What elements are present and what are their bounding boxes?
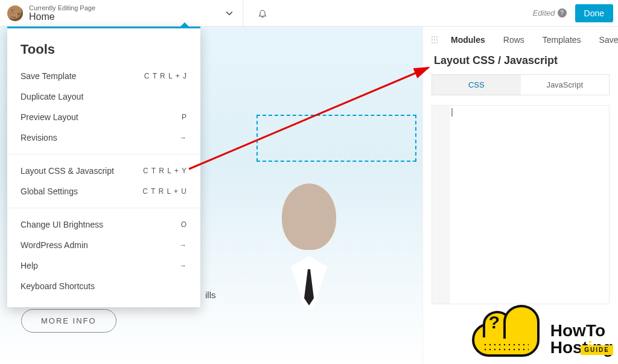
top-bar-left: 🦫 Currently Editing Page Home [7, 1, 273, 26]
cloud-icon: ? [472, 317, 544, 360]
subtab-css[interactable]: CSS [432, 75, 521, 95]
stage-peek-text: ills [205, 290, 216, 300]
menu-layout-css-js[interactable]: Layout CSS & JavascriptC T R L + Y [7, 161, 200, 181]
tools-heading: Tools [7, 42, 200, 66]
topbar-divider [243, 0, 243, 27]
background-person-graphic [182, 184, 436, 364]
tab-saved[interactable]: Saved [599, 35, 618, 45]
top-bar: 🦫 Currently Editing Page Home Edited ? D… [0, 0, 618, 27]
page-title-block[interactable]: Currently Editing Page Home [29, 4, 95, 22]
menu-save-template[interactable]: Save TemplateC T R L + J [7, 66, 200, 86]
subtab-javascript[interactable]: JavaScript [521, 75, 610, 95]
tab-modules[interactable]: Modules [451, 35, 485, 45]
menu-separator [7, 154, 200, 155]
menu-duplicate-layout[interactable]: Duplicate Layout [7, 86, 200, 107]
more-info-button[interactable]: MORE INFO [21, 309, 116, 333]
page-title: Home [29, 11, 95, 22]
top-bar-right: Edited ? Done [533, 4, 613, 22]
tab-rows[interactable]: Rows [503, 35, 524, 45]
notifications-button[interactable] [252, 2, 273, 24]
menu-separator [7, 208, 200, 208]
panel-tabs: Modules Rows Templates Saved [423, 27, 618, 52]
code-editor[interactable] [432, 105, 610, 304]
edited-status[interactable]: Edited ? [533, 8, 567, 18]
tab-templates[interactable]: Templates [543, 35, 581, 45]
title-dropdown-toggle[interactable] [222, 6, 237, 21]
menu-help[interactable]: Help→ [7, 255, 200, 276]
builder-logo-icon: 🦫 [7, 5, 23, 21]
menu-keyboard-shortcuts[interactable]: Keyboard Shortcuts [7, 276, 200, 296]
howtohosting-watermark: ? HowTo Hosting GUIDE [472, 317, 613, 360]
guide-tag: GUIDE [581, 345, 613, 355]
done-button[interactable]: Done [575, 4, 613, 22]
panel-heading: Layout CSS / Javascript [423, 52, 618, 74]
css-js-subtabs: CSS JavaScript [432, 74, 610, 95]
menu-ui-brightness[interactable]: Change UI BrightnessO [7, 214, 200, 235]
drag-handle-icon[interactable] [432, 36, 433, 43]
module-drop-zone[interactable] [256, 115, 416, 162]
tools-dropdown: Tools Save TemplateC T R L + J Duplicate… [7, 27, 200, 307]
chevron-down-icon [226, 10, 233, 17]
brand-text: HowTo Hosting GUIDE [550, 322, 613, 355]
menu-global-settings[interactable]: Global SettingsC T R L + U [7, 181, 200, 202]
bell-icon [258, 8, 267, 18]
editing-subtitle: Currently Editing Page [29, 4, 95, 11]
menu-wp-admin[interactable]: WordPress Admin→ [7, 235, 200, 255]
menu-revisions[interactable]: Revisions→ [7, 127, 200, 148]
menu-preview-layout[interactable]: Preview LayoutP [7, 107, 200, 127]
help-icon: ? [558, 8, 567, 18]
